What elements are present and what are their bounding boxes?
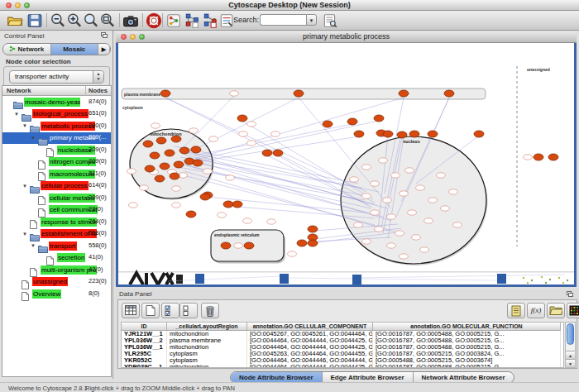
graph-node[interactable] [179, 147, 189, 154]
graph-node[interactable] [405, 168, 414, 173]
minimize-icon[interactable] [15, 2, 21, 8]
save-icon[interactable] [26, 12, 43, 29]
graph-node[interactable] [399, 90, 409, 97]
formula-icon[interactable]: f(x) [527, 303, 545, 318]
tree-row[interactable]: macromolecule311(0) [2, 168, 111, 180]
tree-row[interactable]: mosaic-demo-yeast874(0) [2, 96, 111, 108]
graph-node[interactable] [548, 154, 558, 160]
graph-node[interactable] [237, 115, 247, 122]
graph-node[interactable] [165, 150, 175, 156]
expander-icon[interactable]: ▼ [22, 123, 27, 128]
attribute-editor-icon[interactable] [507, 303, 525, 318]
graph-node[interactable] [437, 173, 446, 178]
graph-node[interactable] [244, 242, 254, 249]
graph-node[interactable] [449, 189, 458, 194]
search-dropdown-icon[interactable]: ▼ [306, 14, 317, 26]
graph-node[interactable] [191, 146, 201, 153]
graph-node[interactable] [374, 115, 384, 122]
graph-node[interactable] [354, 131, 364, 137]
graph-node[interactable] [297, 240, 307, 246]
tree-row[interactable]: multi-organism pro42(0) [2, 264, 111, 276]
search-config-icon[interactable] [218, 12, 235, 29]
graph-node[interactable] [400, 191, 409, 196]
graph-node[interactable] [444, 90, 454, 97]
expander-icon[interactable]: ▼ [31, 136, 36, 141]
graph-node[interactable] [155, 175, 165, 182]
expander-icon[interactable]: ▼ [31, 243, 36, 248]
table-scrollbar[interactable]: ▲ ▼ [565, 322, 576, 368]
import-attributes-icon[interactable] [547, 303, 565, 318]
copy-network-icon[interactable] [202, 12, 218, 29]
select-attributes-icon[interactable] [161, 303, 179, 318]
graph-node[interactable] [140, 185, 149, 190]
network-overview-icon[interactable] [165, 12, 182, 29]
matrix-icon[interactable] [567, 303, 579, 318]
search-index-icon[interactable] [322, 12, 338, 29]
tree-row[interactable]: nucleobase-209(0) [2, 144, 111, 156]
graph-node[interactable] [400, 254, 409, 259]
graph-node[interactable] [362, 194, 371, 198]
zoom-selected-icon[interactable] [83, 12, 99, 29]
graph-node[interactable] [323, 121, 333, 127]
graph-node[interactable] [524, 155, 533, 160]
search-input[interactable] [260, 14, 306, 26]
expander-icon[interactable]: ▼ [22, 232, 27, 237]
tree-row[interactable]: cellular metabo209(0) [2, 192, 111, 204]
scroll-down-icon[interactable]: ▼ [566, 359, 575, 367]
tree-row[interactable]: response to stimulu264(0) [2, 216, 111, 228]
new-attribute-icon[interactable] [141, 303, 160, 318]
graph-node[interactable] [203, 169, 213, 174]
expander-icon[interactable]: ▼ [14, 112, 19, 117]
graph-node[interactable] [375, 227, 384, 232]
tree-row[interactable]: secretion41(0) [2, 252, 111, 265]
graph-node[interactable] [397, 131, 407, 138]
graph-node[interactable] [347, 118, 357, 125]
snapshot-icon[interactable] [122, 12, 139, 29]
tree-row[interactable]: ▼cellular process614(0) [2, 180, 111, 193]
graph-node[interactable] [262, 150, 272, 156]
graph-node[interactable] [239, 131, 248, 136]
tree-row[interactable]: cell communicat22(0) [2, 204, 111, 217]
graph-node[interactable] [383, 198, 392, 203]
graph-node[interactable] [218, 213, 227, 218]
graph-node[interactable] [416, 185, 425, 190]
expander-icon[interactable]: ▼ [22, 184, 27, 189]
graph-node[interactable] [267, 219, 276, 224]
graph-node[interactable] [209, 136, 218, 141]
graph-node[interactable] [223, 201, 233, 208]
tree-row[interactable]: ▼primary metabo209(... [2, 132, 111, 145]
graph-node[interactable] [354, 222, 363, 227]
close-icon[interactable] [6, 2, 12, 8]
graph-node[interactable] [160, 90, 170, 97]
graph-node[interactable] [474, 131, 484, 137]
graph-node[interactable] [234, 243, 243, 248]
tree-row[interactable]: Overview8(0) [2, 288, 111, 300]
graph-node[interactable] [171, 136, 181, 142]
zoom-fit-icon[interactable] [99, 12, 116, 29]
float-data-panel-icon[interactable] [567, 291, 574, 298]
graph-node[interactable] [247, 122, 256, 127]
graph-node[interactable] [391, 173, 400, 178]
graph-node[interactable] [145, 165, 155, 172]
graph-node[interactable] [129, 203, 138, 208]
graph-node[interactable] [232, 201, 242, 208]
network-canvas-svg[interactable]: plasma membranecytoplasmmitochondrionnuc… [118, 43, 574, 284]
delete-attribute-icon[interactable] [201, 303, 219, 318]
table-column-header[interactable]: annotation.GO CELLULAR_COMPONENT [247, 323, 373, 331]
graph-node[interactable] [193, 160, 203, 166]
zoom-in-icon[interactable] [66, 12, 83, 29]
graph-node[interactable] [189, 128, 199, 133]
graph-node[interactable] [362, 165, 371, 170]
graph-node[interactable] [160, 163, 170, 170]
graph-node[interactable] [383, 131, 393, 137]
graph-node[interactable] [371, 210, 380, 215]
table-row[interactable]: YPL036W__2plasma membrane[GO:0044464, GO… [122, 337, 563, 344]
graph-node[interactable] [534, 154, 543, 160]
graph-node[interactable] [172, 203, 181, 208]
graph-node[interactable] [379, 158, 388, 163]
graph-node[interactable] [243, 218, 252, 223]
node-color-select[interactable]: transporter activity ▲▼ [9, 70, 104, 84]
open-icon[interactable] [7, 12, 23, 29]
graph-node[interactable] [308, 240, 318, 246]
graph-node[interactable] [143, 141, 153, 147]
